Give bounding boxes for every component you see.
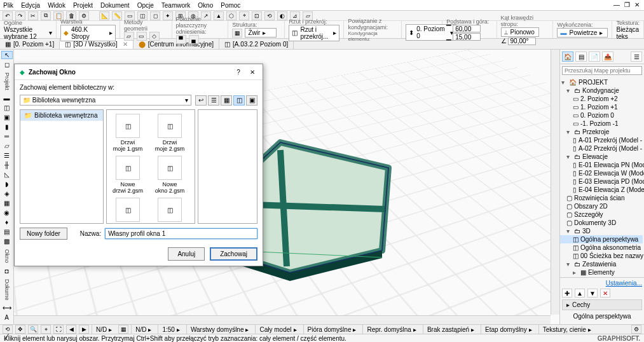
pen-set[interactable]: Pióra domyślne	[308, 326, 352, 333]
save-button[interactable]: Zachowaj	[210, 247, 257, 261]
tab-detail[interactable]: ◫[A.03.2.2 Poziom 0]	[219, 39, 294, 49]
library-file-item[interactable]: ◫Oknonowe 4.gsm	[153, 198, 187, 224]
menu-options[interactable]: Opcje	[137, 2, 154, 9]
column-tool[interactable]: ▮	[1, 123, 13, 131]
view-large-icon[interactable]: ◫	[233, 95, 245, 106]
arrow-tool[interactable]: ↖	[1, 51, 13, 59]
mesh-tool[interactable]: ▩	[1, 237, 13, 245]
window-close[interactable]: ✕	[633, 1, 641, 8]
window-minimize[interactable]: —	[612, 1, 621, 8]
window-restore[interactable]: ❐	[622, 1, 631, 8]
tool-icon[interactable]: ⬡	[226, 11, 236, 20]
opening-tool[interactable]: ◘	[1, 267, 13, 275]
nav-delete-icon[interactable]: ✕	[600, 289, 610, 298]
edge-angle-input[interactable]	[508, 38, 536, 45]
next-view-icon[interactable]: ▶	[79, 325, 89, 334]
library-file-item[interactable]: ◫Oknonowe 3.gsm	[111, 198, 145, 224]
library-file-item[interactable]: ◫Nowedrzwi 2.gsm	[111, 156, 145, 194]
shell-tool[interactable]: ◗	[1, 180, 13, 188]
nav-view-map-icon[interactable]: ▤	[575, 51, 587, 62]
tool-icon[interactable]: ⊡	[252, 11, 262, 20]
geom-rect-icon[interactable]: ▭	[137, 32, 147, 41]
file-grid[interactable]: ◫Drzwimoje 1.gsm◫Drzwimoje 2.gsm◫Nowedrz…	[106, 109, 195, 224]
filename-input[interactable]	[105, 228, 257, 239]
geom-poly-icon[interactable]: ▱	[124, 32, 134, 41]
close-icon[interactable]: ✕	[247, 67, 257, 77]
top-offset-input[interactable]	[453, 25, 481, 32]
undo-icon[interactable]: ↶	[3, 11, 13, 20]
options-icon[interactable]: ⚙	[631, 325, 641, 334]
stair-tool[interactable]: ☰	[1, 151, 13, 160]
vertical-scrollbar[interactable]	[551, 50, 559, 315]
settings-link[interactable]: Ustawienia...	[606, 280, 642, 287]
library-combo[interactable]: 📁 Biblioteka wewnętrzna▾	[20, 95, 191, 106]
dropdown-icon[interactable]: ▸	[148, 326, 151, 333]
menu-teamwork[interactable]: Teamwork	[161, 2, 191, 9]
window-tool[interactable]: ▣	[1, 113, 13, 121]
prev-view-icon[interactable]: ◀	[66, 325, 76, 334]
properties-header[interactable]: ▸Cechy	[562, 299, 642, 310]
marquee-tool[interactable]: ◻	[1, 60, 13, 69]
finish-dropdown[interactable]: ▬Powietrze▸	[557, 28, 608, 38]
object-tool[interactable]: ♦	[1, 218, 13, 226]
view-list-icon[interactable]: ☰	[208, 95, 219, 106]
slab-tool[interactable]: ▱	[1, 142, 13, 150]
zone-tool[interactable]: ▤	[1, 228, 13, 236]
base-offset-input[interactable]	[453, 33, 481, 41]
navigator-search-input[interactable]	[562, 66, 642, 75]
new-folder-button[interactable]: Nowy folder	[20, 228, 67, 240]
view-back-icon[interactable]: ↩	[195, 95, 207, 106]
model-filter[interactable]: Cały model	[259, 326, 291, 333]
menu-document[interactable]: Dokument	[100, 2, 130, 9]
navigator-tree[interactable]: ▾🏠PROJEKT ▾🗀Kondygnacje ▭2. Poziom +2 ▭1…	[560, 77, 644, 277]
nav-menu-icon[interactable]: ☰	[631, 51, 642, 62]
tab-plan[interactable]: ▦[0. Poziom +1]	[0, 39, 60, 49]
view-small-icon[interactable]: ▦	[221, 95, 232, 106]
zoom-icon[interactable]: 🔍	[28, 325, 38, 334]
tool-icon[interactable]: ◐	[277, 11, 287, 20]
geom-rotrect-icon[interactable]: ◇	[149, 32, 160, 41]
text-tool[interactable]: A	[1, 313, 13, 322]
tab-close-icon[interactable]: ✕	[123, 41, 128, 48]
tool-icon[interactable]: ⌖	[239, 11, 249, 20]
edge-orient-dropdown[interactable]: ⟂Pionowo	[501, 27, 539, 37]
fit-icon[interactable]: ⛶	[53, 325, 64, 334]
library-file-item[interactable]: ◫Drzwimoje 1.gsm	[111, 114, 145, 152]
layers-combo[interactable]: Warstwy domyślne	[191, 326, 244, 333]
nav-publisher-icon[interactable]: 📤	[602, 51, 613, 62]
nav-new-icon[interactable]: ✚	[562, 289, 572, 298]
layer-dropdown[interactable]: ◆460.K Stropy▸	[60, 25, 116, 41]
skylight-tool[interactable]: ◈	[1, 189, 13, 198]
curtainwall-tool[interactable]: ▦	[1, 199, 13, 207]
menu-file[interactable]: Plik	[3, 2, 13, 9]
stage-combo[interactable]: Etap domyślny	[485, 326, 527, 333]
override-combo[interactable]: Brak zastąpień	[427, 326, 469, 333]
menu-help[interactable]: Pomoc	[221, 2, 240, 9]
morph-tool[interactable]: ◉	[1, 209, 13, 217]
reno-filter[interactable]: Repr. domyślna	[367, 326, 411, 333]
roof-tool[interactable]: ◺	[1, 170, 13, 179]
tool-icon[interactable]: ▦	[118, 325, 128, 334]
menu-project[interactable]: Projekt	[73, 2, 93, 9]
library-tree[interactable]: 📁Biblioteka wewnętrzna	[20, 109, 104, 224]
redo-icon[interactable]: ↷	[15, 11, 25, 20]
orbit-icon[interactable]: ⟲	[3, 325, 13, 334]
view-preview-icon[interactable]: ▣	[246, 95, 257, 106]
door-tool[interactable]: ◫	[1, 104, 13, 112]
nav-down-icon[interactable]: ▼	[587, 289, 598, 298]
help-icon[interactable]: ?	[233, 67, 243, 77]
copy-icon[interactable]: ⧉	[41, 11, 51, 20]
nav-layout-book-icon[interactable]: 📄	[589, 51, 600, 62]
zoom-window-icon[interactable]: ⌖	[41, 325, 51, 334]
graphics-combo[interactable]: Tekstury, cienie	[543, 326, 586, 333]
dimension-tool[interactable]: ⟷	[1, 304, 13, 312]
scale-value[interactable]: 1:50	[162, 326, 174, 333]
structure-type-icon[interactable]: ▦	[232, 29, 242, 38]
railing-tool[interactable]: ╫	[1, 161, 13, 169]
structure-dropdown[interactable]: Żwir▸	[245, 28, 277, 38]
nav-project-map-icon[interactable]: 🏠	[562, 51, 573, 62]
cut-icon[interactable]: ✂	[28, 11, 38, 20]
dropdown-icon[interactable]: ▸	[109, 326, 112, 333]
nav-up-icon[interactable]: ▲	[575, 289, 585, 298]
refplane-top-icon[interactable]: ▀	[176, 35, 186, 44]
